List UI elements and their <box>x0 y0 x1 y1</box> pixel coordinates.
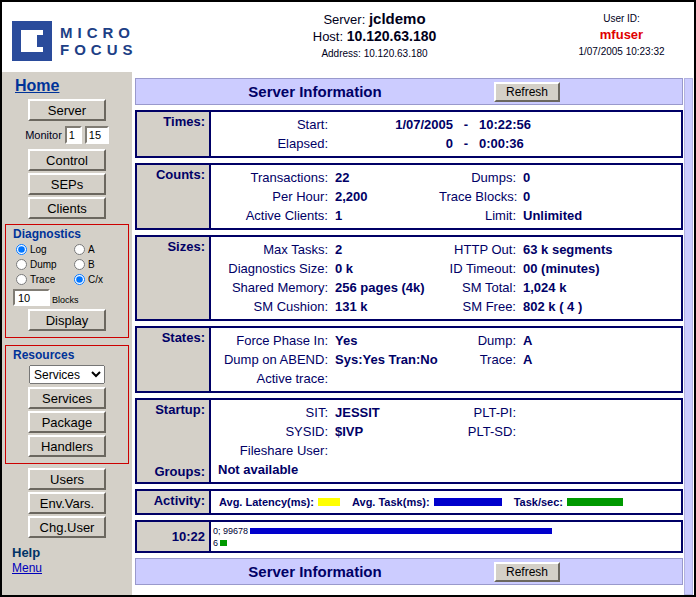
task-ms-bar <box>250 528 552 534</box>
server-line: Server: jcldemo <box>190 10 559 27</box>
b-radio-option[interactable]: B <box>74 257 118 272</box>
blocks-row: Blocks <box>6 289 79 306</box>
cx-radio-option[interactable]: C/x <box>74 272 118 287</box>
log-radio[interactable] <box>16 244 27 255</box>
menu-link[interactable]: Menu <box>12 561 42 575</box>
radio-label: B <box>88 259 95 270</box>
field-value: 63 k segments <box>523 240 677 259</box>
field-label: Trace: <box>439 350 523 369</box>
page-title-bottom: Server Information <box>136 563 494 580</box>
blocks-label: Blocks <box>52 289 79 305</box>
a-radio-option[interactable]: A <box>74 242 118 257</box>
activity-time-label: 10:22 <box>137 522 211 551</box>
table-row: SYSID: $IVP PLT-SD: <box>213 422 677 441</box>
package-button[interactable]: Package <box>28 411 106 433</box>
users-button[interactable]: Users <box>28 468 106 490</box>
field-label: PLT-PI: <box>439 403 523 422</box>
trace-radio-option[interactable]: Trace <box>16 272 74 287</box>
refresh-button-bottom[interactable]: Refresh <box>494 562 560 582</box>
table-row: Max Tasks: 2 HTTP Out: 63 k segments <box>213 240 677 259</box>
home-link[interactable]: Home <box>15 77 59 95</box>
b-radio[interactable] <box>74 259 85 270</box>
scrollbar[interactable] <box>684 78 693 595</box>
clients-button[interactable]: Clients <box>28 197 106 219</box>
field-label: SM Total: <box>439 278 523 297</box>
task-ms-color-bar <box>434 498 502 506</box>
address-label: Address: <box>321 48 360 59</box>
top-title-bar: Server Information Refresh <box>135 78 683 105</box>
server-button[interactable]: Server <box>28 99 106 121</box>
field-label: Shared Memory: <box>213 278 335 297</box>
server-info: Server: jcldemo Host: 10.120.63.180 Addr… <box>190 9 559 72</box>
seps-button[interactable]: SEPs <box>28 173 106 195</box>
field-value: Yes <box>335 331 439 350</box>
field-value: 131 k <box>335 297 439 316</box>
control-button[interactable]: Control <box>28 149 106 171</box>
field-value <box>523 422 677 441</box>
field-label <box>439 441 523 460</box>
chg-user-button[interactable]: Chg.User <box>28 516 106 538</box>
page-title: Server Information <box>136 83 494 100</box>
diagnostics-radio-grid: Log A Dump B <box>16 242 118 287</box>
field-label: Fileshare User: <box>213 441 335 460</box>
address-line: Address: 10.120.63.180 <box>190 48 559 59</box>
monitor-interval-input[interactable] <box>65 126 82 144</box>
field-separator: - <box>453 115 479 134</box>
field-value: 0 <box>523 187 677 206</box>
field-value: 0 <box>523 168 677 187</box>
monitor-label: Monitor <box>25 129 62 141</box>
log-radio-option[interactable]: Log <box>16 242 74 257</box>
field-label: Dump on ABEND: <box>213 350 335 369</box>
dump-radio[interactable] <box>16 259 27 270</box>
monitor-row: Monitor <box>25 124 109 146</box>
server-label: Server: <box>323 12 365 27</box>
field-value: JESSIT <box>335 403 439 422</box>
legend-label: Task/sec: <box>514 496 563 508</box>
app-window: MICRO FOCUS Server: jcldemo Host: 10.120… <box>0 0 696 597</box>
a-radio[interactable] <box>74 244 85 255</box>
services-button[interactable]: Services <box>28 387 106 409</box>
sizes-label: Sizes: <box>137 237 211 319</box>
activity-value-text: 6 <box>213 538 218 548</box>
field-value: Sys:Yes Tran:No <box>335 350 439 369</box>
dump-radio-option[interactable]: Dump <box>16 257 74 272</box>
cx-radio[interactable] <box>74 274 85 285</box>
server-name: jcldemo <box>369 10 426 27</box>
sidebar: Home Server Monitor Control SEPs Clients… <box>2 72 132 595</box>
handlers-button[interactable]: Handlers <box>28 435 106 457</box>
field-label: SM Free: <box>439 297 523 316</box>
monitor-count-input[interactable] <box>85 126 109 144</box>
display-button[interactable]: Display <box>28 309 106 331</box>
radio-label: Dump <box>30 259 57 270</box>
field-value: 802 k ( 4 ) <box>523 297 677 316</box>
field-value: 2,200 <box>335 187 439 206</box>
table-row: Fileshare User: <box>213 441 677 460</box>
legend-item-task-sec: Task/sec: <box>514 496 623 508</box>
resources-select[interactable]: Services <box>29 365 105 384</box>
trace-radio[interactable] <box>16 274 27 285</box>
startup-label: Startup: <box>137 402 205 417</box>
blocks-input[interactable] <box>13 289 50 306</box>
task-sec-color-bar <box>567 498 623 506</box>
table-row: Diagnostics Size: 0 k ID Timeout: 00 (mi… <box>213 259 677 278</box>
resources-title: Resources <box>13 348 74 362</box>
logo-line1: MICRO <box>60 24 138 41</box>
field-value: 00 (minutes) <box>523 259 677 278</box>
field-label: HTTP Out: <box>439 240 523 259</box>
table-row: Force Phase In: Yes Dump: A <box>213 331 677 350</box>
field-label: Transactions: <box>213 168 335 187</box>
activity-legend: Avg. Latency(ms): Avg. Task(ms): Task/se… <box>211 491 681 513</box>
field-label: ID Timeout: <box>439 259 523 278</box>
field-label <box>439 369 523 388</box>
field-value: 1/07/2005 <box>335 115 453 134</box>
logo-line2: FOCUS <box>60 41 138 58</box>
times-section: Times: Start: 1/07/2005 - 10:22:56 Elaps… <box>135 110 683 158</box>
field-label: Dump: <box>439 331 523 350</box>
table-row: Shared Memory: 256 pages (4k) SM Total: … <box>213 278 677 297</box>
refresh-button-top[interactable]: Refresh <box>494 82 560 102</box>
env-vars-button[interactable]: Env.Vars. <box>28 492 106 514</box>
counts-section: Counts: Transactions: 22 Dumps: 0 Per Ho… <box>135 163 683 230</box>
host-value: 10.120.63.180 <box>347 28 437 44</box>
header: MICRO FOCUS Server: jcldemo Host: 10.120… <box>2 2 694 72</box>
table-row: Transactions: 22 Dumps: 0 <box>213 168 677 187</box>
